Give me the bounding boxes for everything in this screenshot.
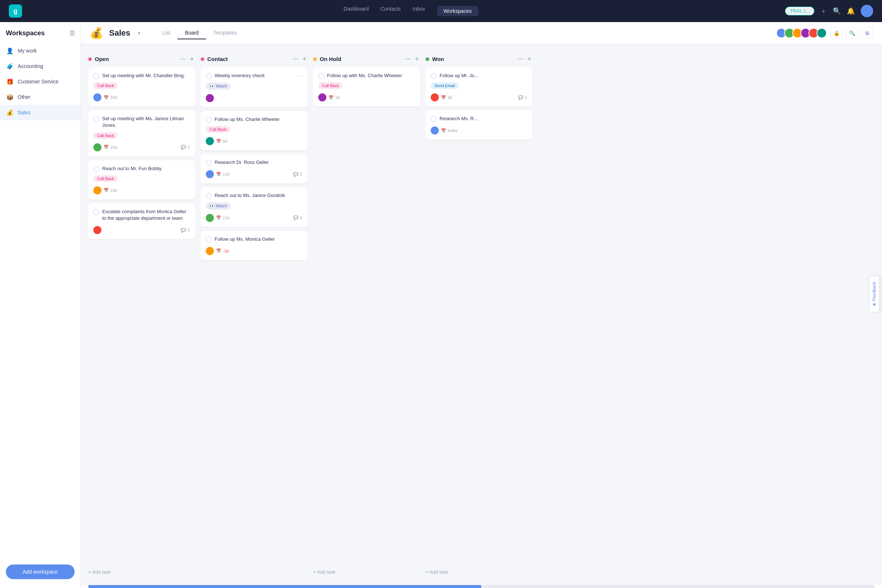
card-comments: 💬 2 [518, 95, 527, 100]
app-logo[interactable]: g [9, 4, 22, 18]
filter-icon[interactable]: ⊞ [861, 27, 873, 39]
card-days: 📅 3d [328, 95, 340, 100]
search-icon[interactable]: 🔍 [833, 7, 841, 15]
sidebar-item-other[interactable]: 📦 Other [0, 89, 81, 105]
column-open-add[interactable]: ＋ [189, 55, 195, 63]
onhold-cards: Follow up with Ms. Charlie Wheeler Call … [313, 67, 420, 566]
column-open-title: Open [95, 56, 109, 62]
card-open-2: Set up meeting with Ms. Janice Litman Jo… [88, 110, 195, 156]
card-menu-icon[interactable]: ⋯ [296, 72, 302, 80]
card-avatar [206, 94, 214, 102]
card-checkbox[interactable] [318, 73, 324, 79]
card-checkbox[interactable] [431, 116, 436, 122]
nav-contacts[interactable]: Contacts [380, 6, 400, 16]
sidebar-item-accounting[interactable]: 🧳 Accounting [0, 58, 81, 74]
card-title: Set up meeting with Ms. Janice Litman Jo… [102, 116, 190, 129]
add-task-onhold[interactable]: + Add task [313, 566, 420, 578]
nav-inbox[interactable]: Inbox [413, 6, 425, 16]
nav-workspaces[interactable]: Workspaces [437, 6, 478, 16]
column-open-menu[interactable]: ⋯ [180, 56, 186, 63]
column-contact-header: Contact ⋯ ＋ [201, 51, 307, 67]
column-contact: Contact ⋯ ＋ Weekly inventory check ⋯ [201, 51, 307, 578]
tab-board[interactable]: Board [177, 27, 206, 39]
card-title: Follow up Ms. Monica Geller [214, 236, 302, 243]
card-comments: 💬 2 [293, 172, 302, 177]
card-contact-3: Research Dr. Ross Geller 📅 14d [201, 154, 307, 183]
card-won-2: Research Ms. R... 📅 today [426, 110, 532, 140]
contact-dot [201, 57, 204, 61]
search-board-icon[interactable]: 🔍 [846, 27, 858, 39]
card-checkbox[interactable] [93, 209, 99, 215]
card-contact-4: Reach out to Ms. Janice Goralnik 👀 Watch… [201, 187, 307, 227]
card-open-4: Escalate complaints from Monica Geller t… [88, 203, 195, 239]
column-won-menu[interactable]: ⋯ [518, 56, 524, 63]
card-tag[interactable]: 👀 Watch [206, 82, 231, 90]
comment-icon: 💬 [293, 215, 298, 220]
sidebar-item-sales[interactable]: 💰 Sales [0, 105, 81, 120]
user-avatar[interactable] [861, 5, 873, 17]
column-contact-menu[interactable]: ⋯ [292, 56, 298, 63]
workspace-dropdown-icon[interactable]: ▾ [138, 30, 140, 36]
trial-badge[interactable]: TRIAL 1... [785, 7, 814, 15]
tab-templates[interactable]: Templates [206, 27, 244, 39]
bell-icon[interactable]: 🔔 [847, 7, 855, 15]
card-checkbox[interactable] [206, 73, 212, 79]
card-tag[interactable]: Send Email [431, 82, 459, 89]
card-checkbox[interactable] [206, 237, 212, 243]
customer-service-icon: 🎁 [6, 78, 14, 86]
add-workspace-button[interactable]: Add workspace [6, 564, 75, 579]
calendar-icon: 📅 [216, 215, 221, 220]
nav-dashboard[interactable]: Dashboard [344, 6, 369, 16]
card-checkbox[interactable] [93, 166, 99, 172]
add-task-open[interactable]: + Add task [88, 566, 195, 578]
card-avatar [93, 226, 101, 234]
tab-list[interactable]: List [155, 27, 178, 39]
add-task-won[interactable]: + Add task [426, 566, 532, 578]
card-checkbox[interactable] [93, 73, 99, 79]
card-checkbox[interactable] [206, 193, 212, 199]
card-checkbox[interactable] [93, 116, 99, 122]
column-onhold-header: On Hold ⋯ ＋ [313, 51, 420, 67]
column-open-header: Open ⋯ ＋ [88, 51, 195, 67]
workspace-name: Sales [109, 28, 130, 38]
card-tag[interactable]: Call Back [93, 82, 118, 89]
card-checkbox[interactable] [206, 117, 212, 123]
column-won: Won ⋯ ＋ Follow up Mr. Jo... [426, 51, 532, 578]
contact-cards: Weekly inventory check ⋯ 👀 Watch [201, 67, 307, 578]
won-cards: Follow up Mr. Jo... Send Email 📅 6d [426, 67, 532, 566]
card-tag[interactable]: Call Back [93, 132, 118, 139]
card-tag[interactable]: 👀 Watch [206, 202, 231, 210]
card-checkbox[interactable] [431, 73, 436, 79]
column-won-add[interactable]: ＋ [526, 55, 532, 63]
card-tag[interactable]: Call Back [93, 175, 118, 182]
card-avatar [206, 214, 214, 222]
card-title: Follow up Ms. Charlie Wheeler [214, 116, 302, 123]
column-contact-add[interactable]: ＋ [302, 55, 307, 63]
horizontal-scrollbar[interactable] [88, 585, 874, 588]
column-onhold-add[interactable]: ＋ [414, 55, 420, 63]
accounting-icon: 🧳 [6, 62, 14, 70]
column-onhold-menu[interactable]: ⋯ [405, 56, 411, 63]
add-icon[interactable]: ＋ [820, 7, 827, 15]
lock-icon[interactable]: 🔒 [831, 27, 842, 39]
card-tag[interactable]: Call Back [318, 82, 342, 89]
calendar-icon: 📅 [104, 95, 109, 100]
card-tag[interactable]: Call Back [206, 126, 230, 133]
card-title: Weekly inventory check [214, 72, 293, 79]
column-onhold-title: On Hold [320, 56, 341, 62]
sidebar-item-customer-service[interactable]: 🎁 Customer Service [0, 74, 81, 89]
my-work-icon: 👤 [6, 46, 14, 55]
column-on-hold: On Hold ⋯ ＋ Follow up with Ms. Charlie W… [313, 51, 420, 578]
card-avatar [431, 126, 439, 135]
won-dot [426, 57, 429, 61]
app-layout: Workspaces ☰ 👤 My work 🧳 Accounting 🎁 Cu… [0, 0, 882, 588]
workspace-tabs: List Board Templates [155, 27, 244, 39]
card-checkbox[interactable] [206, 160, 212, 166]
sidebar-menu-icon[interactable]: ☰ [69, 30, 75, 37]
sidebar-item-my-work[interactable]: 👤 My work [0, 43, 81, 58]
comment-icon: 💬 [293, 172, 298, 177]
nav-right: TRIAL 1... ＋ 🔍 🔔 [785, 5, 873, 17]
card-title: Follow up Mr. Jo... [440, 72, 527, 79]
feedback-tab[interactable]: ★ Feedback [869, 276, 879, 312]
card-comments: 💬 2 [181, 145, 190, 150]
